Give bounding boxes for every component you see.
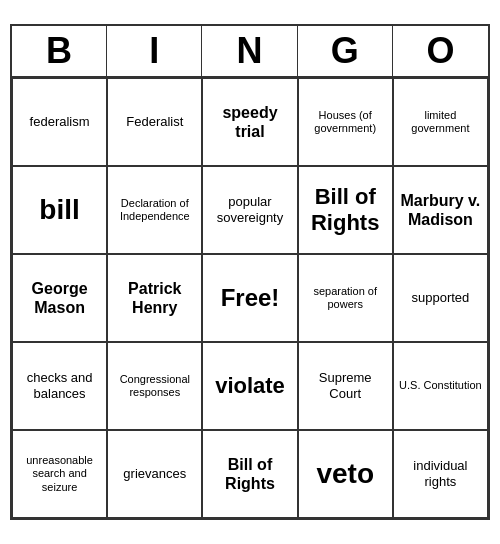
header-letter: I — [107, 26, 202, 76]
bingo-cell: Supreme Court — [298, 342, 393, 430]
bingo-cell: U.S. Constitution — [393, 342, 488, 430]
header-letter: B — [12, 26, 107, 76]
bingo-cell: federalism — [12, 78, 107, 166]
bingo-cell: Patrick Henry — [107, 254, 202, 342]
header-letter: G — [298, 26, 393, 76]
bingo-cell: unreasonable search and seizure — [12, 430, 107, 518]
bingo-cell: Congressional responses — [107, 342, 202, 430]
bingo-cell: Houses (of government) — [298, 78, 393, 166]
bingo-cell: limited government — [393, 78, 488, 166]
bingo-cell: veto — [298, 430, 393, 518]
bingo-cell: Bill of Rights — [202, 430, 297, 518]
bingo-cell: Free! — [202, 254, 297, 342]
bingo-cell: individual rights — [393, 430, 488, 518]
bingo-cell: separation of powers — [298, 254, 393, 342]
header-letter: O — [393, 26, 488, 76]
bingo-cell: Federalist — [107, 78, 202, 166]
bingo-cell: violate — [202, 342, 297, 430]
bingo-cell: supported — [393, 254, 488, 342]
bingo-card: BINGO federalismFederalistspeedy trialHo… — [10, 24, 490, 520]
header-letter: N — [202, 26, 297, 76]
bingo-cell: speedy trial — [202, 78, 297, 166]
bingo-cell: checks and balances — [12, 342, 107, 430]
bingo-header: BINGO — [12, 26, 488, 78]
bingo-cell: Bill of Rights — [298, 166, 393, 254]
bingo-cell: Marbury v. Madison — [393, 166, 488, 254]
bingo-cell: Declaration of Independence — [107, 166, 202, 254]
bingo-cell: George Mason — [12, 254, 107, 342]
bingo-cell: grievances — [107, 430, 202, 518]
bingo-grid: federalismFederalistspeedy trialHouses (… — [12, 78, 488, 518]
bingo-cell: bill — [12, 166, 107, 254]
bingo-cell: popular sovereignty — [202, 166, 297, 254]
